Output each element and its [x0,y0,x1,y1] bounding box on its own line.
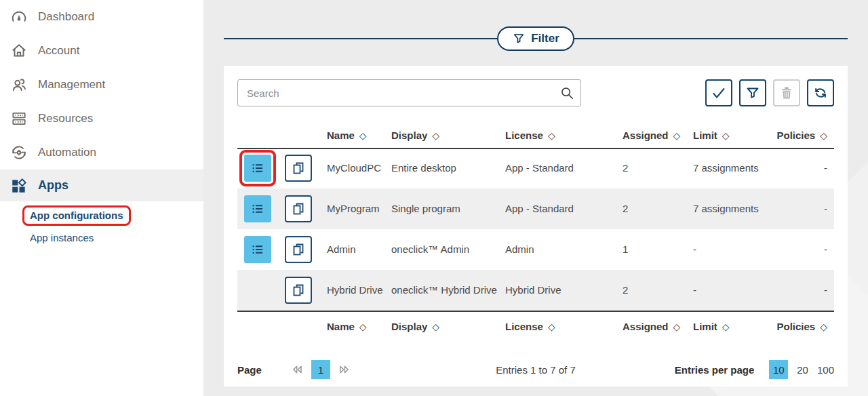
cell-license: Admin [497,243,614,256]
cell-assigned: 1 [614,243,685,256]
cell-display: Single program [383,203,497,216]
column-header-name[interactable]: Name◇ [319,130,383,141]
sidebar-item-resources[interactable]: Resources [0,102,203,136]
sidebar-item-account[interactable]: Account [0,34,203,68]
column-label: Name [327,130,355,141]
column-header-policies[interactable]: Policies◇ [769,130,834,141]
refresh-icon [812,85,829,101]
next-page-icon[interactable] [336,362,351,377]
apps-submenu: App configurations App instances [0,201,203,243]
column-label: License [505,130,543,141]
sort-icon: ◇ [548,321,555,332]
cell-name: MyProgram [319,203,383,216]
cell-policies: - [769,284,834,297]
row-copy-button[interactable] [285,236,312,263]
trash-icon [778,85,795,101]
cell-name: MyCloudPC [319,162,383,175]
sidebar-item-automation[interactable]: Automation [0,136,203,170]
first-page-icon[interactable] [290,362,305,377]
cell-display: oneclick™ Admin [383,243,497,256]
sort-icon: ◇ [820,130,827,141]
sidebar: Dashboard Account Management Resources [0,0,203,396]
copy-icon [290,241,307,258]
entries-per-page: Entries per page 10 20 100 [675,360,834,379]
sidebar-item-apps[interactable]: Apps [0,170,203,201]
list-icon [250,241,266,258]
row-details-button[interactable] [244,195,271,222]
cell-policies: - [769,203,834,216]
column-header-assigned[interactable]: Assigned◇ [614,321,685,332]
filter-toggle-button[interactable]: Filter [497,26,574,51]
users-icon [10,76,28,94]
copy-icon [290,282,307,298]
column-header-display[interactable]: Display◇ [383,321,497,332]
copy-icon [290,201,307,217]
cell-assigned: 2 [614,284,685,297]
sidebar-subitem-app-configurations[interactable]: App configurations [22,205,131,226]
column-label: Name [327,321,355,332]
row-details-button[interactable] [244,155,271,182]
column-label: Policies [777,321,816,332]
sidebar-item-label: Automation [38,146,96,159]
sidebar-item-label: Management [38,78,105,92]
sidebar-item-label: Account [38,44,79,58]
column-header-limit[interactable]: Limit◇ [685,321,769,332]
cell-assigned: 2 [614,203,685,216]
cell-policies: - [769,162,834,175]
sort-icon: ◇ [432,321,439,332]
entries-per-page-label: Entries per page [675,364,755,376]
sort-icon: ◇ [432,130,439,141]
sidebar-subitem-app-instances[interactable]: App instances [30,232,94,243]
column-header-name[interactable]: Name◇ [319,321,383,332]
column-label: Assigned [623,321,669,332]
column-header-policies[interactable]: Policies◇ [769,321,834,332]
column-header-license[interactable]: License◇ [497,130,614,141]
refresh-button[interactable] [807,79,834,106]
row-copy-button[interactable] [285,195,312,222]
table-footer-header: Name◇Display◇License◇Assigned◇Limit◇Poli… [237,312,834,340]
sidebar-item-label: Resources [38,112,93,125]
column-header-limit[interactable]: Limit◇ [685,130,769,141]
column-header-license[interactable]: License◇ [497,321,614,332]
page-label: Page [237,364,262,376]
check-icon [711,85,727,101]
column-header-display[interactable]: Display◇ [383,130,497,141]
column-label: Policies [777,130,816,141]
funnel-icon [745,85,761,101]
sidebar-item-dashboard[interactable]: Dashboard [0,0,203,34]
table-body: MyCloudPC Entire desktop App - Standard … [237,148,834,312]
sort-icon: ◇ [548,130,555,141]
table-row: MyCloudPC Entire desktop App - Standard … [237,148,834,189]
sort-icon: ◇ [722,130,730,141]
per-page-option-10[interactable]: 10 [769,360,788,379]
gauge-icon [10,8,28,26]
sidebar-item-label: Apps [38,178,68,193]
column-label: Limit [693,130,717,141]
confirm-button[interactable] [705,79,732,106]
list-icon [250,160,266,176]
table-row: Admin oneclick™ Admin Admin 1 - - [237,229,834,270]
cell-license: App - Standard [497,203,614,216]
row-copy-button[interactable] [285,155,312,182]
page-number-button[interactable]: 1 [311,360,330,379]
sidebar-item-management[interactable]: Management [0,68,203,102]
column-label: Limit [693,321,717,332]
delete-button[interactable] [773,79,800,106]
cell-name: Hybrid Drive [319,284,383,297]
filter-label: Filter [531,32,559,45]
column-header-assigned[interactable]: Assigned◇ [614,130,685,141]
row-copy-button[interactable] [285,277,312,304]
per-page-option-20[interactable]: 20 [797,364,808,376]
page-navigation: 1 [290,360,351,379]
filter-button[interactable] [739,79,766,106]
column-label: Display [391,130,427,141]
cell-license: App - Standard [497,162,614,175]
row-details-button[interactable] [244,236,271,263]
per-page-option-100[interactable]: 100 [817,364,834,376]
server-icon [10,110,28,127]
sort-icon: ◇ [722,321,730,332]
search-input[interactable] [237,79,581,106]
sidebar-item-label: Dashboard [38,10,94,24]
search-icon [559,85,574,100]
pagination-bar: Page 1 Entries 1 to 7 of 7 Entries per p… [237,354,834,385]
